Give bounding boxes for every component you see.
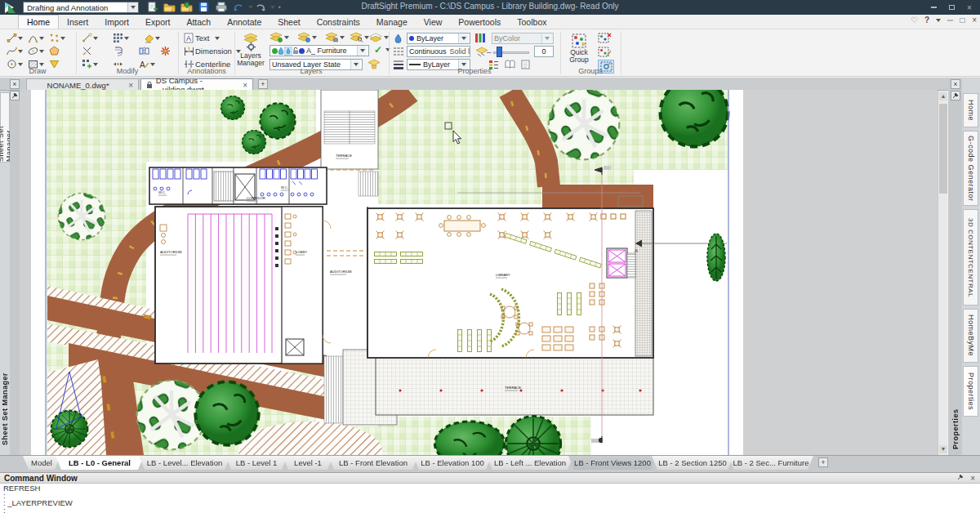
tab-insert[interactable]: Insert: [59, 15, 96, 29]
import-file-icon[interactable]: [180, 1, 194, 13]
tab-import[interactable]: Import: [96, 15, 137, 29]
polygon-tool[interactable]: [49, 46, 60, 56]
undo-icon[interactable]: [231, 1, 245, 13]
panel-tab-homebyme[interactable]: HomeByMe: [963, 309, 978, 363]
new-doc-tab-button[interactable]: +: [258, 79, 268, 89]
command-prompt[interactable]: :: [3, 506, 980, 513]
layer-preview-tool[interactable]: [369, 32, 389, 42]
canvas-vscrollbar[interactable]: ▲ ▼: [938, 91, 947, 455]
sheet-tab-level-minus1[interactable]: Level -1: [283, 456, 333, 470]
erase-tool[interactable]: [144, 33, 160, 43]
layer-lock-tool[interactable]: [325, 32, 345, 42]
tab-export[interactable]: Export: [137, 15, 178, 29]
doc-restore-icon[interactable]: [960, 18, 965, 23]
offset-tool[interactable]: [113, 46, 123, 56]
panel-tab-gcode-generator[interactable]: G-code Generator: [963, 131, 978, 206]
tab-constraints[interactable]: Constraints: [309, 15, 368, 29]
edit-group-tool[interactable]: [598, 46, 612, 58]
transparency-slider-handle[interactable]: [497, 47, 502, 57]
tab-sheet[interactable]: Sheet: [270, 15, 308, 29]
spline-tool[interactable]: [7, 46, 23, 56]
sheet-tab-lb-l0-general[interactable]: LB - L0 - General: [56, 456, 144, 470]
sheet-tab-lb-level-elevation[interactable]: LB - Level... Elevation: [139, 456, 230, 470]
doc-tab-noname[interactable]: NONAME_0.dwg* ×: [26, 78, 139, 91]
minimize-button[interactable]: [924, 2, 942, 13]
feedback-heart-icon[interactable]: ♡: [911, 16, 918, 25]
hatch-color-combo[interactable]: ByColor: [492, 33, 554, 44]
powertrim-tool[interactable]: [160, 46, 171, 56]
line-color-caret-icon[interactable]: [458, 33, 468, 43]
workspace-selector[interactable]: Drafting and Annotation: [23, 2, 139, 13]
panel-tab-properties[interactable]: Properties: [963, 366, 978, 417]
sheet-tab-lb-left-elevation[interactable]: LB - Left ... Elevation: [487, 456, 573, 470]
drawing-canvas[interactable]: A W.C. CORRIDOR W.C. AUDITORIUM: [20, 90, 938, 455]
left-panel-close-icon[interactable]: ×: [10, 79, 20, 89]
sheet-set-manager-tab[interactable]: Sheet Set Manager: [0, 92, 10, 163]
right-panel-close-icon[interactable]: ×: [951, 79, 960, 89]
scroll-up-icon[interactable]: ▲: [939, 92, 947, 100]
active-layer-combo[interactable]: A_ Furniture: [270, 45, 369, 56]
right-panel-pin-icon[interactable]: [951, 91, 960, 100]
tab-annotate[interactable]: Annotate: [219, 15, 270, 29]
layer-hide-tool[interactable]: [270, 32, 289, 42]
close-button[interactable]: ×: [960, 2, 978, 13]
tab-toolbox[interactable]: Toolbox: [509, 15, 555, 29]
text-tool[interactable]: AText: [184, 33, 220, 43]
sheet-tab-lb-2-sec-furniture[interactable]: LB - 2 Sec... Furniture: [728, 456, 813, 470]
command-pin-icon[interactable]: [957, 474, 964, 480]
mirror-tool[interactable]: [139, 46, 149, 56]
layer-isolate-tool[interactable]: [350, 32, 369, 42]
sheet-tab-lb-front-views-1200[interactable]: LB - Front Views 1200: [568, 456, 657, 470]
help-icon[interactable]: ?: [924, 16, 929, 25]
line-color-combo[interactable]: ByLayer: [407, 33, 470, 44]
open-file-icon[interactable]: [163, 1, 176, 13]
tab-view[interactable]: View: [416, 15, 451, 29]
sheet-tab-lb-level-1[interactable]: LB - Level 1: [225, 456, 287, 470]
sheet-tab-lb-2-section-1250[interactable]: LB - 2 Section 1250: [652, 456, 733, 470]
command-close-icon[interactable]: ×: [970, 474, 975, 483]
active-layer-caret-icon[interactable]: [357, 46, 367, 56]
point-tool[interactable]: [49, 33, 65, 43]
panel-tab-3d-contentcentral[interactable]: 3D CONTENTCENTRAL: [963, 209, 978, 306]
pattern-tool[interactable]: [113, 33, 129, 43]
restore-button[interactable]: [942, 2, 960, 13]
doc-close-icon[interactable]: ×: [972, 16, 977, 25]
tab-manage[interactable]: Manage: [368, 15, 416, 29]
sheet-tab-model[interactable]: Model: [23, 456, 60, 470]
layer-freeze-tool[interactable]: [297, 32, 317, 42]
doc-tab-close-icon[interactable]: ×: [243, 81, 247, 90]
ellipse-tool[interactable]: [28, 46, 44, 56]
quick-group-button[interactable]: QuickGroup: [565, 33, 593, 64]
doc-tab-close-icon[interactable]: ×: [128, 81, 133, 90]
color-bars-icon[interactable]: [475, 33, 485, 43]
help-caret-icon[interactable]: [936, 19, 941, 25]
tab-powertools[interactable]: Powertools: [450, 15, 509, 29]
panel-tab-home[interactable]: Home: [963, 93, 978, 127]
doc-minimize-icon[interactable]: [947, 20, 953, 21]
trim-tool[interactable]: [82, 46, 92, 56]
dimension-tool[interactable]: Dimension: [184, 46, 241, 56]
left-panel-pin-icon[interactable]: [10, 91, 20, 100]
save-icon[interactable]: [197, 1, 211, 13]
workspace-caret-icon[interactable]: [127, 2, 138, 12]
doc-tab-ds-campus[interactable]: DS Campus - ...uilding.dwg* ×: [140, 78, 253, 91]
transparency-value-box[interactable]: 0: [534, 46, 554, 57]
line-tool[interactable]: [7, 33, 23, 43]
command-window-titlebar[interactable]: Command Window ×: [0, 472, 980, 484]
tab-attach[interactable]: Attach: [178, 15, 219, 29]
scrollbar-thumb[interactable]: [939, 104, 947, 194]
move-tool[interactable]: [82, 33, 98, 43]
scroll-down-icon[interactable]: ▼: [939, 445, 947, 453]
arc-tool[interactable]: [28, 33, 44, 43]
sheet-tab-lb-elevation-100[interactable]: LB - Elevation 100: [413, 456, 492, 470]
layers-manager-button[interactable]: LayersManager: [238, 33, 264, 67]
print-icon[interactable]: [214, 1, 228, 13]
new-file-icon[interactable]: [145, 1, 159, 13]
sheet-tab-lb-front-elevation[interactable]: LB - Front Elevation: [328, 456, 418, 470]
line-style-caret-icon[interactable]: [470, 47, 470, 56]
tab-home[interactable]: Home: [18, 15, 59, 29]
command-window-body[interactable]: REFRESH : : _LAYERPREVIEW :: [0, 484, 980, 513]
new-sheet-tab-button[interactable]: +: [818, 457, 828, 467]
ungroup-tool[interactable]: [598, 32, 612, 44]
line-style-combo[interactable]: Continuous Solid l: [407, 46, 470, 57]
